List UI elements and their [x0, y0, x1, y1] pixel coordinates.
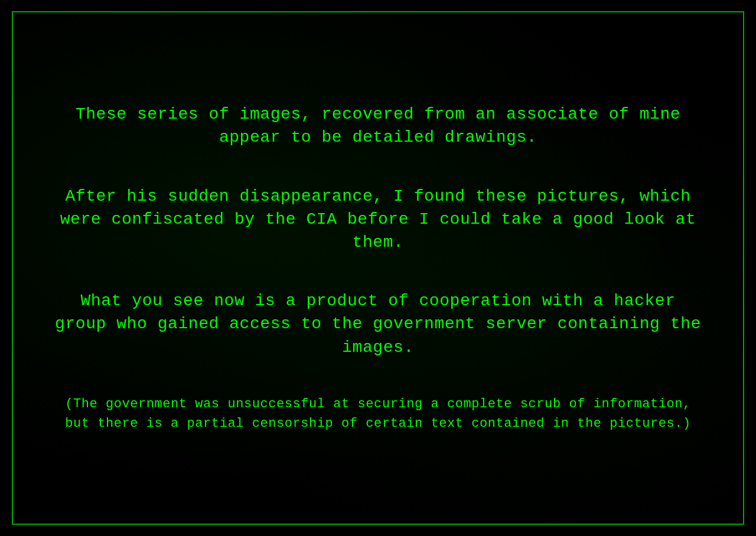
paragraph-2-text: After his sudden disappearance, I found … [60, 187, 696, 251]
paragraph-1-text: These series of images, recovered from a… [76, 105, 680, 146]
main-container: These series of images, recovered from a… [12, 11, 744, 525]
text-content: These series of images, recovered from a… [53, 103, 703, 433]
paragraph-4-text: (The government was unsuccessful at secu… [65, 397, 691, 431]
paragraph-1: These series of images, recovered from a… [53, 103, 703, 149]
paragraph-4: (The government was unsuccessful at secu… [53, 394, 703, 433]
paragraph-3: What you see now is a product of coopera… [53, 289, 703, 359]
paragraph-2: After his sudden disappearance, I found … [53, 185, 703, 254]
paragraph-3-text: What you see now is a product of coopera… [55, 292, 701, 356]
